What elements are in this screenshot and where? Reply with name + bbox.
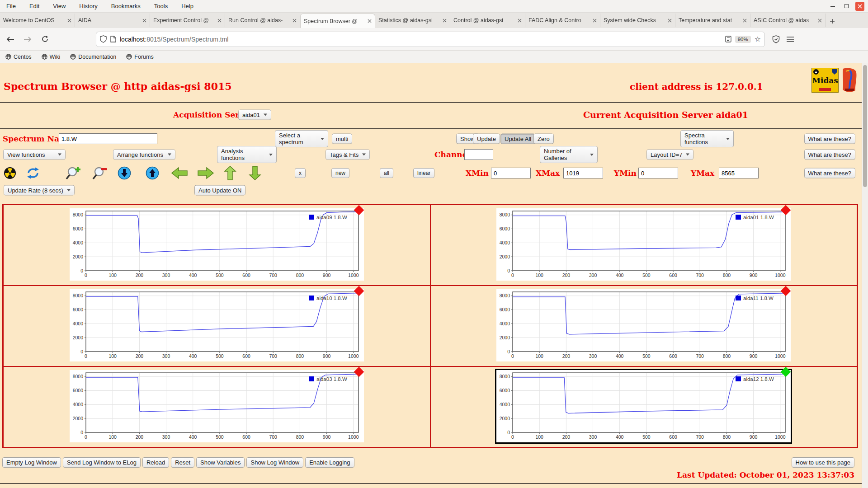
spectrum-chart-aida11[interactable]: 0100200300400500600700800900100002000400… [496, 289, 791, 361]
tab-close-icon[interactable] [593, 19, 597, 23]
update-rate-dropdown[interactable]: Update Rate (8 secs) [4, 185, 75, 196]
tab-fadc-align-contro[interactable]: FADC Align & Contro [525, 14, 600, 27]
menu-tools[interactable]: Tools [154, 3, 168, 9]
zero-button[interactable]: Zero [533, 134, 554, 144]
view-functions-dropdown[interactable]: View functions [3, 150, 66, 160]
tab-close-icon[interactable] [142, 19, 146, 23]
tab-close-icon[interactable] [292, 19, 297, 23]
tab-spectrum-browser[interactable]: Spectrum Browser @ [300, 14, 375, 28]
bookmark-forums[interactable]: Forums [126, 54, 153, 60]
tab-close-icon[interactable] [217, 19, 222, 23]
menu-view[interactable]: View [53, 3, 66, 9]
reset-button[interactable]: Reset [171, 457, 194, 468]
zoom-level-badge[interactable]: 90% [735, 36, 751, 43]
spectrum-name-input[interactable] [59, 133, 157, 144]
close-button[interactable] [855, 2, 864, 11]
bookmark-centos[interactable]: Centos [5, 54, 32, 60]
minimize-button[interactable] [828, 2, 837, 11]
all-button[interactable]: all [380, 168, 393, 178]
analysis-functions-dropdown[interactable]: Analysis functions [217, 146, 277, 163]
tab-close-icon[interactable] [443, 19, 447, 23]
update-all-button[interactable]: Update All [500, 134, 535, 144]
zoom-in-button[interactable] [65, 166, 81, 180]
menu-edit[interactable]: Edit [29, 3, 39, 9]
reload-button[interactable] [38, 33, 52, 46]
spectrum-chart-aida01[interactable]: 0100200300400500600700800900100002000400… [496, 208, 791, 281]
menu-help[interactable]: Help [181, 3, 193, 9]
tab-close-icon[interactable] [518, 19, 522, 23]
menu-history[interactable]: History [79, 3, 97, 9]
back-button[interactable] [4, 33, 17, 46]
ymin-input[interactable] [638, 168, 678, 178]
tab-run-control-aidas[interactable]: Run Control @ aidas- [225, 14, 300, 27]
menu-bookmarks[interactable]: Bookmarks [111, 3, 141, 9]
tab-aida[interactable]: AIDA [75, 14, 150, 27]
bookmark-documentation[interactable]: Documentation [70, 54, 116, 60]
tab-control-aidas-gsi[interactable]: Control @ aidas-gsi [450, 14, 525, 27]
layout-id-dropdown[interactable]: Layout ID=7 [646, 150, 693, 160]
xmin-input[interactable] [491, 168, 531, 178]
enable-logging-button[interactable]: Enable Logging [305, 457, 354, 468]
tags-fits-dropdown[interactable]: Tags & Fits [326, 150, 370, 160]
select-a-spectrum-dropdown[interactable]: Select a spectrum [275, 130, 328, 147]
spectrum-chart-aida09[interactable]: 0100200300400500600700800900100002000400… [70, 208, 364, 281]
refresh-button[interactable] [26, 167, 40, 179]
reader-mode-icon[interactable] [725, 36, 731, 42]
pan-right-button[interactable] [197, 166, 214, 180]
spectrum-chart-aida03[interactable]: 0100200300400500600700800900100002000400… [70, 370, 364, 442]
how-to-use-button[interactable]: How to use this page [792, 457, 854, 468]
scroll-down-button[interactable] [118, 166, 131, 180]
what-are-these-button-1[interactable]: What are these? [804, 134, 855, 144]
tab-close-icon[interactable] [818, 19, 822, 23]
send-log-window-to-elog-button[interactable]: Send Log Window to ELog [63, 457, 141, 468]
bookmark-wiki[interactable]: Wiki [42, 54, 61, 60]
menu-file[interactable]: File [6, 3, 16, 9]
tab-asic-control-aidas[interactable]: ASIC Control @ aidas [750, 14, 826, 27]
url-bar[interactable]: localhost:8015/Spectrum/Spectrum.tml 90%… [96, 32, 765, 47]
tab-close-icon[interactable] [368, 19, 372, 23]
acquisition-server-select[interactable]: aida01 [238, 110, 271, 120]
tab-system-wide-checks[interactable]: System wide Checks [600, 14, 675, 27]
scroll-up-button[interactable] [146, 166, 159, 180]
new-button[interactable]: new [331, 168, 349, 178]
page-scrollbar[interactable] [862, 63, 868, 488]
url-text[interactable]: localhost:8015/Spectrum/Spectrum.tml [120, 36, 722, 43]
arrange-functions-dropdown[interactable]: Arrange functions [113, 150, 175, 160]
tab-temperature-and-stat[interactable]: Temperature and stat [675, 14, 750, 27]
pan-up-button[interactable] [223, 165, 237, 181]
show-log-window-button[interactable]: Show Log Window [246, 457, 303, 468]
spectra-functions-dropdown[interactable]: Spectra functions [680, 130, 734, 147]
empty-log-window-button[interactable]: Empty Log Window [2, 457, 61, 468]
x-button[interactable]: x [295, 168, 306, 178]
tab-welcome-to-centos[interactable]: Welcome to CentOS [0, 14, 75, 27]
what-are-these-button-3[interactable]: What are these? [804, 168, 855, 178]
maximize-button[interactable] [842, 2, 851, 11]
pan-left-button[interactable] [171, 166, 188, 180]
tab-close-icon[interactable] [67, 19, 71, 23]
spectrum-chart-aida12[interactable]: 0100200300400500600700800900100002000400… [496, 370, 791, 442]
scrollbar-thumb[interactable] [863, 65, 867, 187]
bookmark-star-icon[interactable]: ☆ [755, 35, 761, 43]
show-variables-button[interactable]: Show Variables [196, 457, 245, 468]
update-button[interactable]: Update [473, 134, 500, 144]
new-tab-button[interactable] [826, 14, 839, 28]
multi-button[interactable]: multi [332, 134, 352, 144]
ymax-input[interactable] [719, 168, 759, 178]
forward-button[interactable] [21, 33, 34, 46]
hamburger-menu-icon[interactable] [786, 36, 794, 42]
number-of-galleries-dropdown[interactable]: Number of Galleries [540, 146, 598, 163]
pan-down-button[interactable] [248, 165, 262, 181]
tab-close-icon[interactable] [668, 19, 672, 23]
protections-shield-icon[interactable] [772, 35, 780, 43]
zoom-out-button[interactable] [92, 166, 108, 180]
spectrum-chart-aida10[interactable]: 0100200300400500600700800900100002000400… [70, 289, 364, 361]
what-are-these-button-2[interactable]: What are these? [804, 150, 855, 160]
reload-button[interactable]: Reload [142, 457, 169, 468]
tab-statistics-aidas-gsi[interactable]: Statistics @ aidas-gsi [375, 14, 450, 27]
radiation-button[interactable] [4, 167, 16, 179]
linear-button[interactable]: linear [413, 168, 434, 178]
tab-experiment-control[interactable]: Experiment Control @ [150, 14, 225, 27]
channel-input[interactable] [464, 149, 493, 160]
xmax-input[interactable] [563, 168, 603, 178]
tab-close-icon[interactable] [743, 19, 747, 23]
